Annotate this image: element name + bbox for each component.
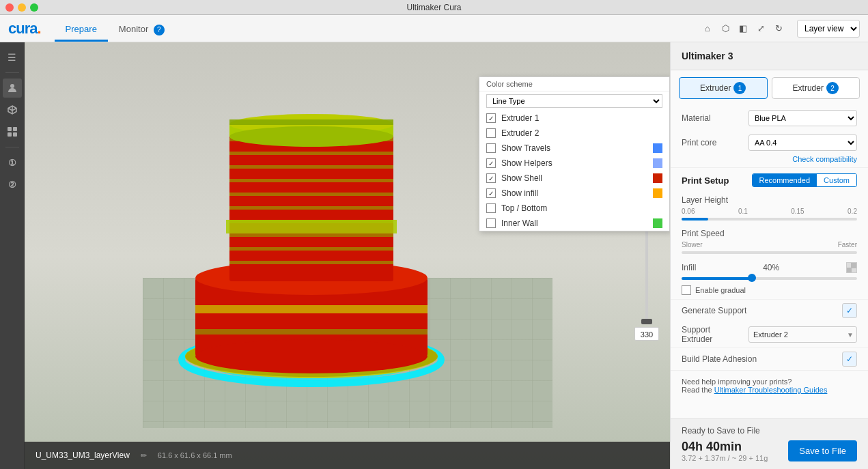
svg-rect-24 [229,261,393,264]
color-scheme-header: Color scheme [479,77,669,91]
print-core-select[interactable]: AA 0.4 [748,134,857,151]
extruder1-check[interactable] [486,113,496,123]
layer-height-row: Layer Height 0.06 0.1 0.15 0.2 [671,193,868,226]
color-scheme-select[interactable]: Line Type [486,94,662,108]
color-scheme-label: Color scheme [486,80,533,88]
mode-recommended[interactable]: Recommended [753,174,817,186]
infill-color [653,188,662,198]
top-bottom-check[interactable] [486,203,496,213]
inner-wall-check[interactable] [486,218,496,228]
support-extruder-row: Support Extruder Extruder 2 ▼ [671,322,868,347]
material-label: Material [682,113,743,123]
dropdown-show-travels[interactable]: Show Travels [479,141,669,156]
svg-rect-3 [8,132,12,137]
extruder2-tab[interactable]: Extruder 2 [772,77,860,99]
edit-icon[interactable]: ✏ [141,451,147,460]
print-details: 3.72 + 1.37m / ~ 29 + 11g [682,454,768,462]
mode-custom[interactable]: Custom [817,174,856,186]
infill-track[interactable] [682,277,857,280]
extruder2-check[interactable] [486,128,496,138]
layer-height-track[interactable] [682,218,857,221]
print-setup-header: Print Setup Recommended Custom [671,167,868,193]
sidebar-icon-cube[interactable] [3,100,22,119]
infill-icon [846,262,857,273]
show-shell-label: Show Shell [501,173,647,183]
sidebar-icon-2[interactable]: ② [3,175,22,194]
extruder1-tab[interactable]: Extruder 1 [679,77,768,99]
titlebar: Ultimaker Cura [0,0,868,15]
infill-thumb[interactable] [748,274,756,282]
window-controls[interactable] [5,3,38,12]
check-compatibility-link[interactable]: Check compatibility [671,155,868,167]
build-plate-label: Build Plate Adhesion [682,354,837,364]
dropdown-show-shell[interactable]: Show Shell [479,171,669,186]
tab-prepare[interactable]: Prepare [55,17,108,42]
tab-monitor[interactable]: Monitor ? [108,17,176,42]
sidebar-icon-1[interactable]: ① [3,153,22,172]
view-select[interactable]: Layer view [797,20,860,38]
left-sidebar: ☰ ① ② [0,42,25,469]
mirror-icon[interactable]: ◧ [736,21,751,36]
print-setup-title: Print Setup [682,175,729,186]
svg-rect-18 [229,179,393,182]
window-title: Ultimaker Cura [406,3,461,12]
helpers-color [653,158,662,168]
show-helpers-check[interactable] [486,158,496,168]
layer-slider-thumb-bottom[interactable] [641,319,652,324]
sidebar-icon-home[interactable]: ☰ [3,48,22,67]
layer-height-fill [682,218,708,221]
viewport: ltimak [25,42,670,469]
nav-tabs: Prepare Monitor ? [55,15,176,42]
svg-rect-13 [195,329,428,335]
model-dimensions: 61.6 x 61.6 x 66.1 mm [158,451,232,459]
layer-height-scale: 0.06 0.1 0.15 0.2 [682,208,857,215]
minimize-button[interactable] [18,3,26,12]
help-link[interactable]: Ultimaker Troubleshooting Guides [714,386,828,394]
generate-support-toggle[interactable]: ✓ [842,303,857,318]
infill-fill [682,277,752,280]
speed-track[interactable] [682,251,857,254]
show-infill-check[interactable] [486,188,496,198]
right-panel: Ultimaker 3 Extruder 1 Extruder 2 Materi… [670,42,868,469]
help-link-pre: Read the [682,386,714,394]
save-to-file-button[interactable]: Save to File [788,440,857,461]
layer-dropdown: Color scheme Line Type Extruder 1 [479,76,670,231]
rotate-icon[interactable]: ↻ [771,21,786,36]
dropdown-extruder1[interactable]: Extruder 1 [479,111,669,126]
show-shell-check[interactable] [486,173,496,183]
print-core-label: Print core [682,138,743,147]
extruder1-badge: 1 [733,82,746,94]
dropdown-extruder2[interactable]: Extruder 2 [479,126,669,141]
lh-val-2: 0.15 [791,208,804,215]
infill-label: Infill [682,263,696,272]
show-travels-label: Show Travels [501,143,647,153]
speed-slower: Slower [682,241,703,248]
extruder1-label: Extruder 1 [501,113,662,123]
dropdown-top-bottom[interactable]: Top / Bottom [479,201,669,216]
support-extruder-select[interactable]: Extruder 2 ▼ [748,326,857,343]
build-plate-toggle[interactable]: ✓ [842,352,857,367]
lh-val-1: 0.1 [738,208,748,215]
enable-gradual-checkbox[interactable] [682,285,691,295]
sidebar-icon-person[interactable] [3,79,22,98]
enable-gradual-label: Enable gradual [695,286,746,294]
sidebar-icon-grid[interactable] [3,122,22,141]
material-row: Material Blue PLA [671,106,868,130]
viewport-canvas[interactable]: ltimak [25,42,670,469]
dropdown-inner-wall[interactable]: Inner Wall [479,216,669,231]
speed-faster: Faster [838,241,857,248]
maximize-button[interactable] [30,3,38,12]
logo: cura. [8,20,41,38]
cube-icon[interactable]: ⬡ [718,21,733,36]
show-travels-check[interactable] [486,143,496,153]
dropdown-show-infill[interactable]: Show infill [479,186,669,201]
home-icon[interactable]: ⌂ [700,21,715,36]
dropdown-show-helpers[interactable]: Show Helpers [479,156,669,171]
close-button[interactable] [5,3,14,12]
print-speed-row: Print Speed Slower Faster [671,226,868,259]
scale-icon[interactable]: ⤢ [753,21,768,36]
generate-support-label: Generate Support [682,306,837,315]
print-core-row: Print core AA 0.4 [671,130,868,155]
material-select[interactable]: Blue PLA [748,110,857,126]
help-text-main: Need help improving your prints? [682,378,792,386]
